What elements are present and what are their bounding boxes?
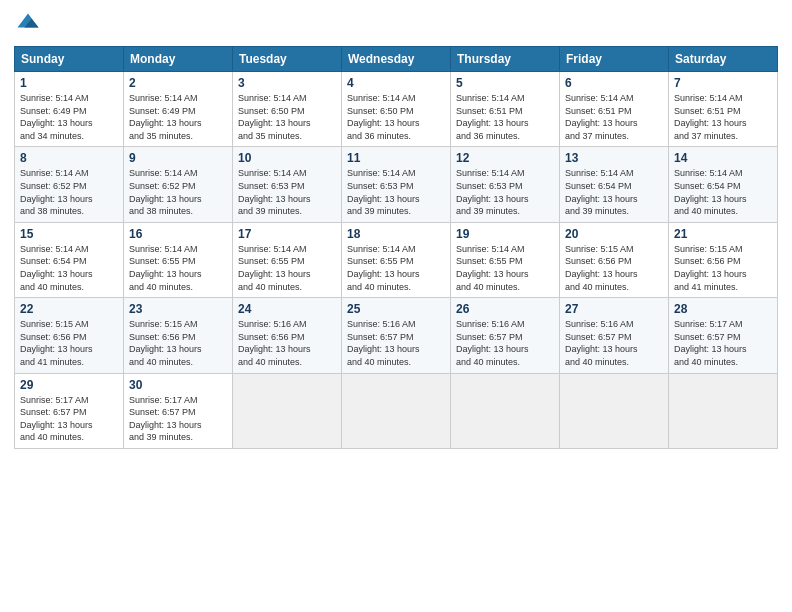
day-number: 17 <box>238 227 336 241</box>
calendar-cell: 21 Sunrise: 5:15 AM Sunset: 6:56 PM Dayl… <box>669 222 778 297</box>
day-info: Sunrise: 5:17 AM Sunset: 6:57 PM Dayligh… <box>674 318 772 368</box>
day-number: 2 <box>129 76 227 90</box>
day-number: 27 <box>565 302 663 316</box>
calendar-cell: 3 Sunrise: 5:14 AM Sunset: 6:50 PM Dayli… <box>233 72 342 147</box>
weekday-header-saturday: Saturday <box>669 47 778 72</box>
day-info: Sunrise: 5:16 AM Sunset: 6:57 PM Dayligh… <box>565 318 663 368</box>
day-number: 15 <box>20 227 118 241</box>
page: SundayMondayTuesdayWednesdayThursdayFrid… <box>0 0 792 612</box>
calendar-cell: 8 Sunrise: 5:14 AM Sunset: 6:52 PM Dayli… <box>15 147 124 222</box>
logo-icon <box>14 10 42 38</box>
day-info: Sunrise: 5:15 AM Sunset: 6:56 PM Dayligh… <box>565 243 663 293</box>
week-row-2: 8 Sunrise: 5:14 AM Sunset: 6:52 PM Dayli… <box>15 147 778 222</box>
day-info: Sunrise: 5:17 AM Sunset: 6:57 PM Dayligh… <box>129 394 227 444</box>
calendar-cell: 30 Sunrise: 5:17 AM Sunset: 6:57 PM Dayl… <box>124 373 233 448</box>
day-info: Sunrise: 5:15 AM Sunset: 6:56 PM Dayligh… <box>129 318 227 368</box>
day-number: 12 <box>456 151 554 165</box>
weekday-header-friday: Friday <box>560 47 669 72</box>
calendar-cell: 2 Sunrise: 5:14 AM Sunset: 6:49 PM Dayli… <box>124 72 233 147</box>
calendar-cell: 10 Sunrise: 5:14 AM Sunset: 6:53 PM Dayl… <box>233 147 342 222</box>
calendar-cell: 15 Sunrise: 5:14 AM Sunset: 6:54 PM Dayl… <box>15 222 124 297</box>
week-row-5: 29 Sunrise: 5:17 AM Sunset: 6:57 PM Dayl… <box>15 373 778 448</box>
day-number: 20 <box>565 227 663 241</box>
day-info: Sunrise: 5:14 AM Sunset: 6:49 PM Dayligh… <box>129 92 227 142</box>
calendar-cell: 14 Sunrise: 5:14 AM Sunset: 6:54 PM Dayl… <box>669 147 778 222</box>
calendar-cell: 1 Sunrise: 5:14 AM Sunset: 6:49 PM Dayli… <box>15 72 124 147</box>
calendar-cell: 22 Sunrise: 5:15 AM Sunset: 6:56 PM Dayl… <box>15 298 124 373</box>
day-info: Sunrise: 5:14 AM Sunset: 6:52 PM Dayligh… <box>129 167 227 217</box>
day-info: Sunrise: 5:14 AM Sunset: 6:55 PM Dayligh… <box>347 243 445 293</box>
calendar-cell: 9 Sunrise: 5:14 AM Sunset: 6:52 PM Dayli… <box>124 147 233 222</box>
day-number: 5 <box>456 76 554 90</box>
day-info: Sunrise: 5:14 AM Sunset: 6:51 PM Dayligh… <box>456 92 554 142</box>
day-info: Sunrise: 5:14 AM Sunset: 6:55 PM Dayligh… <box>129 243 227 293</box>
day-info: Sunrise: 5:14 AM Sunset: 6:50 PM Dayligh… <box>347 92 445 142</box>
calendar-cell: 18 Sunrise: 5:14 AM Sunset: 6:55 PM Dayl… <box>342 222 451 297</box>
day-info: Sunrise: 5:15 AM Sunset: 6:56 PM Dayligh… <box>674 243 772 293</box>
weekday-header-row: SundayMondayTuesdayWednesdayThursdayFrid… <box>15 47 778 72</box>
calendar-cell: 19 Sunrise: 5:14 AM Sunset: 6:55 PM Dayl… <box>451 222 560 297</box>
day-number: 11 <box>347 151 445 165</box>
day-info: Sunrise: 5:14 AM Sunset: 6:49 PM Dayligh… <box>20 92 118 142</box>
calendar-cell: 5 Sunrise: 5:14 AM Sunset: 6:51 PM Dayli… <box>451 72 560 147</box>
calendar-cell <box>342 373 451 448</box>
calendar-cell: 12 Sunrise: 5:14 AM Sunset: 6:53 PM Dayl… <box>451 147 560 222</box>
day-info: Sunrise: 5:16 AM Sunset: 6:56 PM Dayligh… <box>238 318 336 368</box>
day-number: 22 <box>20 302 118 316</box>
day-number: 19 <box>456 227 554 241</box>
calendar-cell: 23 Sunrise: 5:15 AM Sunset: 6:56 PM Dayl… <box>124 298 233 373</box>
calendar-cell <box>669 373 778 448</box>
calendar-cell <box>233 373 342 448</box>
day-info: Sunrise: 5:16 AM Sunset: 6:57 PM Dayligh… <box>456 318 554 368</box>
calendar-cell: 20 Sunrise: 5:15 AM Sunset: 6:56 PM Dayl… <box>560 222 669 297</box>
calendar-cell <box>560 373 669 448</box>
day-info: Sunrise: 5:14 AM Sunset: 6:54 PM Dayligh… <box>20 243 118 293</box>
calendar-cell <box>451 373 560 448</box>
day-number: 18 <box>347 227 445 241</box>
day-number: 9 <box>129 151 227 165</box>
calendar-cell: 4 Sunrise: 5:14 AM Sunset: 6:50 PM Dayli… <box>342 72 451 147</box>
day-number: 10 <box>238 151 336 165</box>
day-info: Sunrise: 5:14 AM Sunset: 6:50 PM Dayligh… <box>238 92 336 142</box>
day-number: 1 <box>20 76 118 90</box>
day-info: Sunrise: 5:14 AM Sunset: 6:53 PM Dayligh… <box>238 167 336 217</box>
day-info: Sunrise: 5:14 AM Sunset: 6:53 PM Dayligh… <box>347 167 445 217</box>
week-row-1: 1 Sunrise: 5:14 AM Sunset: 6:49 PM Dayli… <box>15 72 778 147</box>
calendar-cell: 17 Sunrise: 5:14 AM Sunset: 6:55 PM Dayl… <box>233 222 342 297</box>
day-number: 21 <box>674 227 772 241</box>
calendar-cell: 13 Sunrise: 5:14 AM Sunset: 6:54 PM Dayl… <box>560 147 669 222</box>
day-number: 8 <box>20 151 118 165</box>
day-info: Sunrise: 5:16 AM Sunset: 6:57 PM Dayligh… <box>347 318 445 368</box>
weekday-header-monday: Monday <box>124 47 233 72</box>
day-info: Sunrise: 5:15 AM Sunset: 6:56 PM Dayligh… <box>20 318 118 368</box>
calendar-cell: 25 Sunrise: 5:16 AM Sunset: 6:57 PM Dayl… <box>342 298 451 373</box>
day-number: 3 <box>238 76 336 90</box>
day-info: Sunrise: 5:14 AM Sunset: 6:51 PM Dayligh… <box>674 92 772 142</box>
calendar-cell: 28 Sunrise: 5:17 AM Sunset: 6:57 PM Dayl… <box>669 298 778 373</box>
logo <box>14 10 46 38</box>
calendar-cell: 27 Sunrise: 5:16 AM Sunset: 6:57 PM Dayl… <box>560 298 669 373</box>
day-number: 25 <box>347 302 445 316</box>
day-info: Sunrise: 5:14 AM Sunset: 6:53 PM Dayligh… <box>456 167 554 217</box>
day-info: Sunrise: 5:17 AM Sunset: 6:57 PM Dayligh… <box>20 394 118 444</box>
calendar-cell: 7 Sunrise: 5:14 AM Sunset: 6:51 PM Dayli… <box>669 72 778 147</box>
weekday-header-wednesday: Wednesday <box>342 47 451 72</box>
day-number: 4 <box>347 76 445 90</box>
week-row-4: 22 Sunrise: 5:15 AM Sunset: 6:56 PM Dayl… <box>15 298 778 373</box>
day-number: 30 <box>129 378 227 392</box>
day-number: 13 <box>565 151 663 165</box>
calendar-cell: 29 Sunrise: 5:17 AM Sunset: 6:57 PM Dayl… <box>15 373 124 448</box>
day-number: 16 <box>129 227 227 241</box>
calendar-cell: 6 Sunrise: 5:14 AM Sunset: 6:51 PM Dayli… <box>560 72 669 147</box>
day-number: 24 <box>238 302 336 316</box>
day-info: Sunrise: 5:14 AM Sunset: 6:52 PM Dayligh… <box>20 167 118 217</box>
day-info: Sunrise: 5:14 AM Sunset: 6:54 PM Dayligh… <box>565 167 663 217</box>
weekday-header-tuesday: Tuesday <box>233 47 342 72</box>
day-info: Sunrise: 5:14 AM Sunset: 6:51 PM Dayligh… <box>565 92 663 142</box>
day-number: 26 <box>456 302 554 316</box>
day-number: 23 <box>129 302 227 316</box>
day-number: 6 <box>565 76 663 90</box>
day-info: Sunrise: 5:14 AM Sunset: 6:55 PM Dayligh… <box>238 243 336 293</box>
day-number: 29 <box>20 378 118 392</box>
day-info: Sunrise: 5:14 AM Sunset: 6:54 PM Dayligh… <box>674 167 772 217</box>
